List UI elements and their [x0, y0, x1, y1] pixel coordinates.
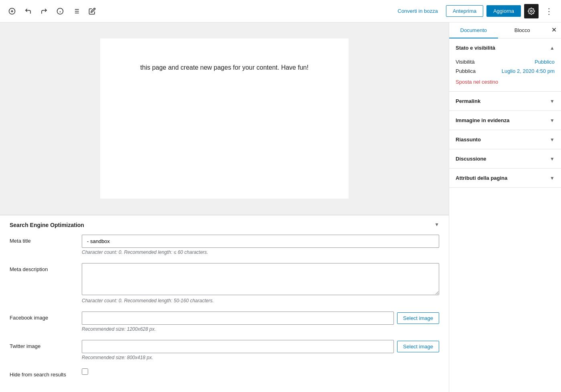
facebook-select-image-button[interactable]: Select image: [397, 312, 439, 324]
toolbar: Converti in bozza Anteprima Aggiorna ⋮: [0, 0, 561, 22]
anteprima-button[interactable]: Anteprima: [446, 5, 483, 17]
trash-link[interactable]: Sposta nel cestino: [456, 79, 555, 85]
more-options-button[interactable]: ⋮: [542, 4, 556, 18]
attributi-chevron-icon: ▼: [550, 175, 555, 181]
hide-search-checkbox[interactable]: [82, 368, 88, 375]
sidebar-section-immagine: Immagine in evidenza ▼: [449, 111, 561, 130]
stato-chevron-icon: ▲: [550, 45, 555, 51]
edit-button[interactable]: [85, 4, 99, 18]
right-sidebar: Documento Blocco ✕ Stato e visibilità ▲ …: [449, 22, 561, 392]
meta-title-label: Meta title: [10, 235, 74, 244]
stato-section-title: Stato e visibilità: [456, 45, 495, 51]
riassunto-chevron-icon: ▼: [550, 137, 555, 143]
seo-title: Search Engine Optimization: [10, 222, 84, 228]
converti-button[interactable]: Converti in bozza: [393, 6, 442, 16]
twitter-image-field: Select image Recommended size: 800x418 p…: [82, 340, 439, 360]
meta-title-field: Character count: 0. Recommended length: …: [82, 235, 439, 255]
stato-section-content: Visibilità Pubblico Pubblica Luglio 2, 2…: [449, 57, 561, 91]
pubblica-date[interactable]: Luglio 2, 2020 4:50 pm: [502, 68, 555, 74]
twitter-image-hint: Recommended size: 800x418 px.: [82, 355, 439, 360]
hide-search-label: Hide from search results: [10, 368, 74, 378]
facebook-image-row: Facebook image Select image Recommended …: [10, 312, 439, 332]
riassunto-section-title: Riassunto: [456, 137, 481, 143]
immagine-section-title: Immagine in evidenza: [456, 117, 509, 123]
main-layout: this page and create new pages for your …: [0, 22, 561, 392]
content-wrapper: this page and create new pages for your …: [0, 22, 449, 392]
meta-description-label: Meta description: [10, 263, 74, 272]
permalink-section-header[interactable]: Permalink ▼: [449, 92, 561, 111]
attributi-section-title: Attributi della pagina: [456, 175, 507, 181]
hide-search-field: [82, 368, 439, 375]
seo-collapse-icon: ▲: [434, 222, 439, 228]
hide-search-row: Hide from search results: [10, 368, 439, 378]
twitter-select-image-button[interactable]: Select image: [397, 341, 439, 352]
facebook-image-hint: Recommended size: 1200x628 px.: [82, 326, 439, 332]
stato-section-header[interactable]: Stato e visibilità ▲: [449, 38, 561, 57]
discussione-section-header[interactable]: Discussione ▼: [449, 149, 561, 168]
attributi-section-header[interactable]: Attributi della pagina ▼: [449, 169, 561, 187]
meta-description-row: Meta description Character count: 0. Rec…: [10, 263, 439, 304]
discussione-chevron-icon: ▼: [550, 156, 555, 162]
meta-title-hint: Character count: 0. Recommended length: …: [82, 249, 439, 255]
visibilita-label: Visibilità: [456, 59, 474, 65]
seo-header[interactable]: Search Engine Optimization ▲: [0, 215, 449, 235]
twitter-image-input-row: Select image: [82, 340, 439, 353]
seo-body: Meta title Character count: 0. Recommend…: [0, 235, 449, 392]
visibilita-row: Visibilità Pubblico: [456, 57, 555, 66]
twitter-image-label: Twitter image: [10, 340, 74, 349]
pubblica-label: Pubblica: [456, 68, 476, 74]
sidebar-close-button[interactable]: ✕: [547, 22, 561, 37]
immagine-chevron-icon: ▼: [550, 118, 555, 123]
editor-page: this page and create new pages for your …: [100, 38, 349, 199]
editor-text: this page and create new pages for your …: [140, 62, 309, 73]
settings-button[interactable]: [524, 4, 539, 18]
twitter-image-row: Twitter image Select image Recommended s…: [10, 340, 439, 360]
facebook-image-input[interactable]: [82, 312, 394, 325]
facebook-image-field: Select image Recommended size: 1200x628 …: [82, 312, 439, 332]
meta-description-hint: Character count: 0. Recommended length: …: [82, 298, 439, 304]
redo-button[interactable]: [37, 4, 51, 18]
svg-point-12: [531, 10, 533, 12]
meta-title-input[interactable]: [82, 235, 439, 248]
list-view-button[interactable]: [69, 4, 83, 18]
riassunto-section-header[interactable]: Riassunto ▼: [449, 130, 561, 149]
tab-documento[interactable]: Documento: [449, 22, 498, 38]
sidebar-section-stato: Stato e visibilità ▲ Visibilità Pubblico…: [449, 38, 561, 92]
meta-title-row: Meta title Character count: 0. Recommend…: [10, 235, 439, 255]
pubblica-row: Pubblica Luglio 2, 2020 4:50 pm: [456, 66, 555, 76]
toolbar-right: Converti in bozza Anteprima Aggiorna ⋮: [393, 4, 556, 18]
facebook-image-input-row: Select image: [82, 312, 439, 325]
immagine-section-header[interactable]: Immagine in evidenza ▼: [449, 111, 561, 130]
sidebar-section-permalink: Permalink ▼: [449, 92, 561, 111]
sidebar-tabs: Documento Blocco ✕: [449, 22, 561, 38]
meta-description-input[interactable]: [82, 263, 439, 295]
toolbar-left: [5, 4, 99, 18]
twitter-image-input[interactable]: [82, 340, 394, 353]
info-button[interactable]: [53, 4, 67, 18]
seo-panel: Search Engine Optimization ▲ Meta title …: [0, 215, 449, 392]
tab-blocco[interactable]: Blocco: [498, 22, 547, 38]
permalink-chevron-icon: ▼: [550, 99, 555, 104]
sidebar-section-attributi: Attributi della pagina ▼: [449, 169, 561, 188]
add-button[interactable]: [5, 4, 19, 18]
meta-description-field: Character count: 0. Recommended length: …: [82, 263, 439, 304]
aggiorna-button[interactable]: Aggiorna: [486, 5, 521, 17]
undo-button[interactable]: [21, 4, 35, 18]
sidebar-section-discussione: Discussione ▼: [449, 149, 561, 169]
facebook-image-label: Facebook image: [10, 312, 74, 321]
hide-checkbox-row: [82, 368, 439, 375]
visibilita-value[interactable]: Pubblico: [535, 59, 555, 65]
permalink-section-title: Permalink: [456, 98, 480, 104]
discussione-section-title: Discussione: [456, 156, 486, 162]
sidebar-section-riassunto: Riassunto ▼: [449, 130, 561, 149]
